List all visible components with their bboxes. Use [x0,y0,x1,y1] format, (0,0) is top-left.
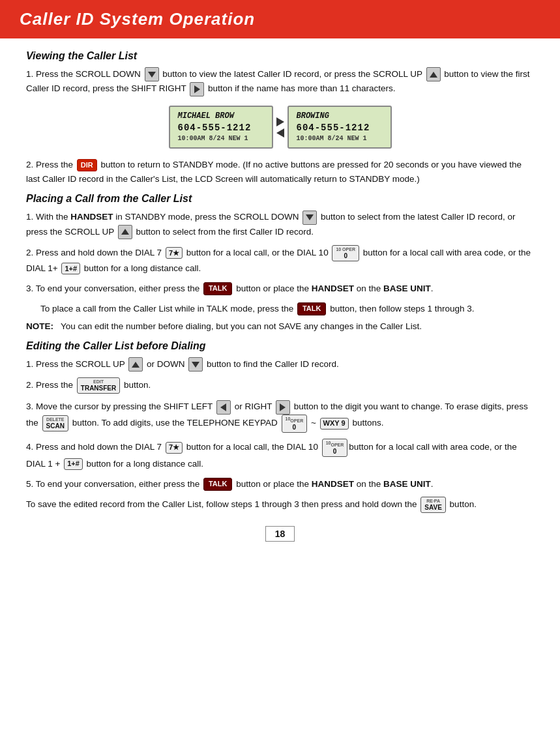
page-number-container: 18 [26,526,534,542]
arrow-right-icon [276,117,284,126]
scroll-down-btn[interactable] [145,67,159,81]
placing-scroll-up-btn[interactable] [118,225,132,239]
editing-step1-text: 1. Press the SCROLL UP or DOWN button to… [26,359,339,369]
placing-scroll-up-icon [121,229,129,235]
editing-save-note-text: To save the edited record from the Calle… [26,499,477,509]
editing-dial10-bottom: 0 [333,448,337,455]
editing-step4-text: 4. Press and hold down the DIAL 7 7★ but… [26,442,517,468]
editing-dial1plus-btn[interactable]: 1+# [64,458,83,470]
placing-note: NOTE: You can edit the number before dia… [26,320,534,334]
lcd-left-number: 604-555-1212 [178,122,264,135]
repa-save-bottom: SAVE [424,504,442,511]
repa-save-btn[interactable]: RE·PASAVE [420,497,446,513]
keypad-0-btn[interactable]: 10OPER0 [282,415,308,433]
editing-step5: 5. To end your conversation, either pres… [26,477,534,491]
shift-left-icon [220,403,226,411]
dial1plus-btn[interactable]: 1+# [61,263,80,274]
editing-step4: 4. Press and hold down the DIAL 7 7★ but… [26,439,534,471]
editing-step5-text: 5. To end your conversation, either pres… [26,479,434,489]
placing-step3-sub: To place a call from the Caller List whi… [26,302,534,316]
viewing-step1: 1. Press the SCROLL DOWN button to view … [26,67,534,96]
lcd-display-container: MICHAEL BROW 604-555-1212 10:00AM 8/24 N… [26,106,534,149]
shift-left-btn[interactable] [216,400,231,415]
shift-right-btn2[interactable] [276,400,290,415]
keypad-9-btn[interactable]: WXY 9 [320,418,349,430]
placing-scroll-down-btn[interactable] [302,211,317,225]
repa-save-top: RE·PA [426,499,440,504]
scroll-up-btn[interactable] [426,67,441,81]
note-indent-text: You can edit the number before dialing, … [56,321,422,331]
editing-step3-text: 3. Move the cursor by pressing the SHIFT… [26,402,528,428]
scroll-down-icon [148,72,156,78]
edit-transfer-bottom: TRANSFER [81,385,116,392]
lcd-right-name: BROWING [297,111,383,122]
talk-button-placing3b[interactable]: TALK [297,302,327,315]
keypad0-top: 10OPER [286,416,304,424]
viewing-step1-text: 1. Press the SCROLL DOWN button to view … [26,69,530,93]
page: Caller ID System Operation Viewing the C… [0,0,560,745]
header-bar: Caller ID System Operation [0,0,560,38]
placing-step3: 3. To end your conversation, either pres… [26,282,534,296]
shift-right-icon2 [280,403,286,411]
page-title: Caller ID System Operation [20,9,540,29]
content-area: Viewing the Caller List 1. Press the SCR… [0,50,560,561]
arrow-left-icon [276,128,284,138]
dial10-bottom: 0 [344,252,347,259]
editing-step3: 3. Move the cursor by pressing the SHIFT… [26,400,534,432]
editing-scroll-down-btn[interactable] [188,357,203,372]
editing-dial7-btn[interactable]: 7★ [166,442,183,454]
viewing-step2: 2. Press the DIR button to return to STA… [26,158,534,186]
lcd-arrows [276,117,284,138]
placing-step2: 2. Press and hold down the DIAL 7 7★ but… [26,245,534,276]
talk-button-placing3[interactable]: TALK [203,282,233,295]
note-label: NOTE: [26,321,53,331]
editing-dial10-top: 10OPER [326,441,344,448]
lcd-right: BROWING 604-555-1212 10:00AM 8/24 NEW 1 [287,106,392,149]
keypad0-bottom: 0 [293,424,297,431]
section-title-editing: Editing the Caller List before Dialing [26,340,534,352]
lcd-left-info: 10:00AM 8/24 NEW 1 [178,134,264,143]
editing-dial10-btn[interactable]: 10OPER0 [322,439,348,457]
dir-button[interactable]: DIR [77,159,97,171]
placing-scroll-down-icon [306,214,314,220]
placing-step2-text: 2. Press and hold down the DIAL 7 7★ but… [26,248,531,273]
shift-right-icon [194,85,200,93]
edit-transfer-top: EDIT [93,379,104,385]
editing-step1: 1. Press the SCROLL UP or DOWN button to… [26,357,534,372]
editing-step2-text: 2. Press the EDITTRANSFER button. [26,380,151,390]
shift-right-btn[interactable] [190,82,204,96]
section-title-placing: Placing a Call from the Caller List [26,193,534,205]
dial7-btn[interactable]: 7★ [166,247,183,259]
editing-scroll-up-icon [132,362,140,368]
editing-save-note: To save the edited record from the Calle… [26,497,534,513]
scroll-up-icon [430,72,437,78]
lcd-right-info: 10:00AM 8/24 NEW 1 [297,134,383,143]
delete-scan-btn[interactable]: DELETESCAN [42,415,68,431]
talk-button-editing[interactable]: TALK [203,478,233,490]
edit-transfer-btn[interactable]: EDITTRANSFER [77,377,120,394]
lcd-left: MICHAEL BROW 604-555-1212 10:00AM 8/24 N… [169,106,273,149]
viewing-step2-text: 2. Press the DIR button to return to STA… [26,160,522,184]
dial10-btn[interactable]: 10 OPER0 [332,245,359,261]
placing-step3-text: 3. To end your conversation, either pres… [26,284,434,293]
dial10-top: 10 OPER [336,247,355,252]
editing-scroll-up-btn[interactable] [128,357,143,372]
editing-step2: 2. Press the EDITTRANSFER button. [26,377,534,394]
editing-scroll-down-icon [192,362,199,368]
delete-scan-top: DELETE [46,417,65,422]
delete-scan-bottom: SCAN [46,422,65,430]
section-title-viewing: Viewing the Caller List [26,50,534,62]
placing-step1-text: 1. With the HANDSET in STANDBY mode, pre… [26,212,516,236]
page-number: 18 [265,526,295,542]
lcd-right-number: 604-555-1212 [297,122,383,135]
lcd-left-name: MICHAEL BROW [178,111,264,122]
placing-step1: 1. With the HANDSET in STANDBY mode, pre… [26,210,534,239]
